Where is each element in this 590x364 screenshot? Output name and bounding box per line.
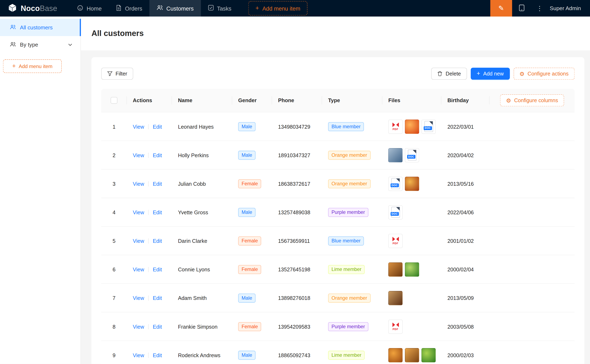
page-content: Filter Delete <box>81 51 590 364</box>
view-link[interactable]: View <box>133 352 144 358</box>
filter-label: Filter <box>115 71 127 77</box>
doc-label: DOC <box>391 183 399 187</box>
image-thumbnail-autumn[interactable] <box>388 262 403 277</box>
edit-link[interactable]: Edit <box>153 324 162 330</box>
edit-link[interactable]: Edit <box>153 295 162 301</box>
current-user-menu[interactable]: Super Admin <box>548 0 590 17</box>
nocobase-logo[interactable]: NocoBase <box>0 0 65 17</box>
column-header-gender[interactable]: Gender <box>232 89 272 112</box>
column-header-type[interactable]: Type <box>322 89 382 112</box>
view-link[interactable]: View <box>133 124 144 130</box>
view-link[interactable]: View <box>133 324 144 330</box>
pdf-file-icon[interactable]: PDF <box>388 234 403 248</box>
edit-link[interactable]: Edit <box>153 352 162 358</box>
view-link[interactable]: View <box>133 266 144 272</box>
row-spacer-cell <box>490 227 575 255</box>
divider <box>148 152 149 158</box>
user-group-icon <box>10 24 16 31</box>
delete-button[interactable]: Delete <box>431 68 467 80</box>
mobile-preview-button[interactable] <box>512 0 532 17</box>
nav-item-tasks[interactable]: Tasks <box>201 0 239 17</box>
current-user-label: Super Admin <box>550 5 581 11</box>
nav-item-label: Tasks <box>217 5 232 12</box>
view-link[interactable]: View <box>133 152 144 158</box>
image-thumbnail-orange-flowers[interactable] <box>405 119 419 134</box>
actions-cell: ViewEdit <box>127 255 172 283</box>
edit-link[interactable]: Edit <box>153 266 162 272</box>
view-link[interactable]: View <box>133 295 144 301</box>
more-options-button[interactable]: ⋮ <box>532 0 547 17</box>
view-link[interactable]: View <box>133 181 144 187</box>
edit-link[interactable]: Edit <box>153 124 162 130</box>
tag-volcano: Female <box>238 265 261 274</box>
add-new-label: Add new <box>483 71 504 77</box>
image-thumbnail-fruit[interactable] <box>405 348 419 362</box>
nav-item-orders[interactable]: Orders <box>109 0 149 17</box>
sidebar-item-by-type[interactable]: By type <box>0 36 80 53</box>
edit-link[interactable]: Edit <box>153 152 162 158</box>
header-configure-cell: ⚙ Configure columns <box>490 89 575 112</box>
gender-cell: Male <box>232 198 272 226</box>
type-cell: Purple member <box>322 198 382 226</box>
birthday-cell: 2000/02/03 <box>441 341 490 364</box>
column-header-files[interactable]: Files <box>382 89 441 112</box>
edit-link[interactable]: Edit <box>153 238 162 244</box>
ui-editor-button[interactable]: ✎ <box>490 0 512 17</box>
tag-blue: Male <box>238 293 256 303</box>
configure-columns-button[interactable]: ⚙ Configure columns <box>500 94 564 106</box>
files-cell: PDF <box>382 312 441 340</box>
pdf-file-icon[interactable]: PDF <box>388 119 403 134</box>
gender-cell: Female <box>232 312 272 340</box>
doc-file-icon[interactable]: DOC <box>422 119 436 134</box>
actions-cell: ViewEdit <box>127 141 172 169</box>
edit-link[interactable]: Edit <box>153 181 162 187</box>
image-thumbnail-food[interactable] <box>388 291 403 305</box>
nav-item-customers[interactable]: Customers <box>149 0 201 17</box>
table-header-row: Actions Name Gender Phone Type Files Bir… <box>101 89 575 112</box>
pdf-file-icon[interactable]: PDF <box>388 319 403 334</box>
nav-item-home[interactable]: Home <box>70 0 109 17</box>
image-thumbnail-pizza[interactable] <box>405 176 419 191</box>
delete-label: Delete <box>446 71 461 77</box>
doc-file-icon[interactable]: DOC <box>388 205 403 219</box>
pdf-glyph <box>392 123 399 127</box>
birthday-cell: 2013/05/16 <box>441 169 490 198</box>
configure-actions-button[interactable]: ⚙ Configure actions <box>513 68 575 80</box>
type-cell: Blue member <box>322 227 382 255</box>
row-spacer-cell <box>490 255 575 283</box>
view-link[interactable]: View <box>133 238 144 244</box>
files-cell: PDF <box>382 227 441 255</box>
customers-table: Actions Name Gender Phone Type Files Bir… <box>101 89 575 364</box>
row-index-cell: 4 <box>101 198 127 226</box>
sidebar-add-menu-item-button[interactable]: + Add menu item <box>3 59 62 73</box>
image-thumbnail-greens[interactable] <box>422 348 436 362</box>
plus-icon: + <box>255 5 259 11</box>
pen-icon: ✎ <box>498 4 504 13</box>
column-header-name[interactable]: Name <box>172 89 232 112</box>
filter-button[interactable]: Filter <box>101 68 133 80</box>
tag-blue: Male <box>238 150 256 160</box>
file-icon <box>116 5 121 12</box>
add-new-button[interactable]: + Add new <box>471 68 510 80</box>
add-menu-item-button[interactable]: + Add menu item <box>248 1 308 15</box>
image-thumbnail-oranges[interactable] <box>388 348 403 362</box>
type-cell: Blue member <box>322 112 382 140</box>
nav-item-label: Orders <box>125 5 142 12</box>
doc-file-icon[interactable]: DOC <box>388 176 403 191</box>
select-all-checkbox[interactable] <box>111 97 117 104</box>
column-header-birthday[interactable]: Birthday <box>441 89 490 112</box>
image-thumbnail-people[interactable] <box>388 148 403 162</box>
tag-volcano: Female <box>238 179 261 188</box>
column-header-phone[interactable]: Phone <box>272 89 322 112</box>
gender-cell: Male <box>232 141 272 169</box>
sidebar-item-all-customers[interactable]: All customers <box>0 19 80 36</box>
column-header-actions[interactable]: Actions <box>127 89 172 112</box>
files-cell <box>382 341 441 364</box>
row-spacer-cell <box>490 112 575 140</box>
view-link[interactable]: View <box>133 209 144 215</box>
nav-item-label: Customers <box>166 5 193 12</box>
edit-link[interactable]: Edit <box>153 209 162 215</box>
trash-icon <box>438 71 443 76</box>
doc-file-icon[interactable]: DOC <box>405 148 419 162</box>
image-thumbnail-lettuce[interactable] <box>405 262 419 277</box>
